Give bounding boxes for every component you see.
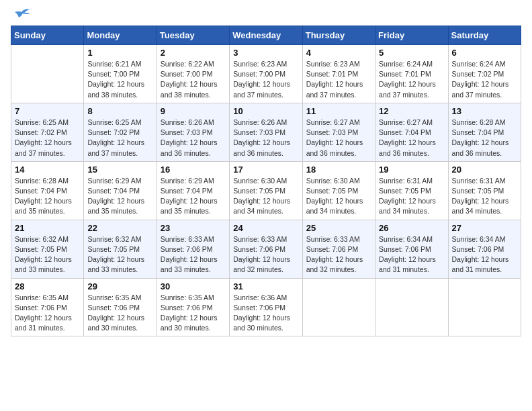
calendar-header-friday: Friday xyxy=(375,26,448,45)
day-info: Sunrise: 6:21 AMSunset: 7:00 PMDaylight:… xyxy=(87,59,152,100)
calendar-cell-week5-day4 xyxy=(302,278,375,336)
calendar-week-row-5: 28Sunrise: 6:35 AMSunset: 7:06 PMDayligh… xyxy=(11,278,521,336)
calendar-cell-week5-day3: 31Sunrise: 6:36 AMSunset: 7:06 PMDayligh… xyxy=(230,278,302,336)
day-info: Sunrise: 6:26 AMSunset: 7:03 PMDaylight:… xyxy=(161,118,226,158)
calendar-cell-week1-day4: 4Sunrise: 6:23 AMSunset: 7:01 PMDaylight… xyxy=(302,45,375,103)
calendar-week-row-1: 1Sunrise: 6:21 AMSunset: 7:00 PMDaylight… xyxy=(11,45,521,103)
calendar-header-sunday: Sunday xyxy=(11,26,84,45)
calendar-cell-week3-day0: 14Sunrise: 6:28 AMSunset: 7:04 PMDayligh… xyxy=(11,161,84,220)
day-info: Sunrise: 6:33 AMSunset: 7:06 PMDaylight:… xyxy=(161,234,226,275)
calendar-cell-week1-day1: 1Sunrise: 6:21 AMSunset: 7:00 PMDaylight… xyxy=(84,45,157,103)
calendar-cell-week4-day1: 22Sunrise: 6:32 AMSunset: 7:05 PMDayligh… xyxy=(84,220,157,278)
calendar-cell-week1-day3: 3Sunrise: 6:23 AMSunset: 7:00 PMDaylight… xyxy=(230,45,302,103)
day-info: Sunrise: 6:24 AMSunset: 7:01 PMDaylight:… xyxy=(379,59,444,100)
calendar-cell-week4-day2: 23Sunrise: 6:33 AMSunset: 7:06 PMDayligh… xyxy=(157,220,229,278)
day-info: Sunrise: 6:26 AMSunset: 7:03 PMDaylight:… xyxy=(233,118,298,158)
day-number: 20 xyxy=(452,165,517,175)
calendar-cell-week3-day2: 16Sunrise: 6:29 AMSunset: 7:04 PMDayligh… xyxy=(157,161,229,220)
day-number: 5 xyxy=(379,48,444,58)
day-number: 25 xyxy=(306,223,371,233)
day-number: 8 xyxy=(87,106,152,116)
calendar-cell-week1-day0 xyxy=(11,45,84,103)
day-number: 29 xyxy=(87,281,152,291)
calendar-header-wednesday: Wednesday xyxy=(230,26,302,45)
day-info: Sunrise: 6:30 AMSunset: 7:05 PMDaylight:… xyxy=(233,176,298,217)
day-number: 13 xyxy=(452,106,517,116)
calendar-cell-week5-day6 xyxy=(448,278,521,336)
logo xyxy=(11,11,31,20)
calendar-cell-week3-day5: 19Sunrise: 6:31 AMSunset: 7:05 PMDayligh… xyxy=(375,161,448,220)
day-number: 24 xyxy=(233,223,298,233)
day-number: 3 xyxy=(233,48,298,58)
calendar-cell-week4-day4: 25Sunrise: 6:33 AMSunset: 7:06 PMDayligh… xyxy=(302,220,375,278)
day-info: Sunrise: 6:25 AMSunset: 7:02 PMDaylight:… xyxy=(87,118,152,158)
day-number: 28 xyxy=(15,281,80,291)
day-number: 18 xyxy=(306,165,371,175)
day-number: 15 xyxy=(87,165,152,175)
day-info: Sunrise: 6:33 AMSunset: 7:06 PMDaylight:… xyxy=(233,234,298,275)
day-info: Sunrise: 6:30 AMSunset: 7:05 PMDaylight:… xyxy=(306,176,371,217)
day-info: Sunrise: 6:33 AMSunset: 7:06 PMDaylight:… xyxy=(306,234,371,275)
day-info: Sunrise: 6:23 AMSunset: 7:01 PMDaylight:… xyxy=(306,59,371,100)
calendar-table: SundayMondayTuesdayWednesdayThursdayFrid… xyxy=(11,26,521,336)
calendar-cell-week4-day5: 26Sunrise: 6:34 AMSunset: 7:06 PMDayligh… xyxy=(375,220,448,278)
day-number: 6 xyxy=(452,48,517,58)
calendar-cell-week2-day0: 7Sunrise: 6:25 AMSunset: 7:02 PMDaylight… xyxy=(11,103,84,161)
day-info: Sunrise: 6:27 AMSunset: 7:03 PMDaylight:… xyxy=(306,118,371,158)
day-number: 12 xyxy=(379,106,444,116)
calendar-cell-week3-day3: 17Sunrise: 6:30 AMSunset: 7:05 PMDayligh… xyxy=(230,161,302,220)
logo-bird-icon xyxy=(12,7,31,20)
day-number: 16 xyxy=(161,165,226,175)
day-info: Sunrise: 6:35 AMSunset: 7:06 PMDaylight:… xyxy=(15,293,80,334)
day-info: Sunrise: 6:29 AMSunset: 7:04 PMDaylight:… xyxy=(161,176,226,217)
day-number: 4 xyxy=(306,48,371,58)
calendar-cell-week4-day3: 24Sunrise: 6:33 AMSunset: 7:06 PMDayligh… xyxy=(230,220,302,278)
calendar-cell-week2-day6: 13Sunrise: 6:28 AMSunset: 7:04 PMDayligh… xyxy=(448,103,521,161)
calendar-header-row: SundayMondayTuesdayWednesdayThursdayFrid… xyxy=(11,26,521,45)
calendar-week-row-2: 7Sunrise: 6:25 AMSunset: 7:02 PMDaylight… xyxy=(11,103,521,161)
calendar-header-saturday: Saturday xyxy=(448,26,521,45)
day-info: Sunrise: 6:35 AMSunset: 7:06 PMDaylight:… xyxy=(161,293,226,334)
day-number: 22 xyxy=(87,223,152,233)
calendar-cell-week3-day1: 15Sunrise: 6:29 AMSunset: 7:04 PMDayligh… xyxy=(84,161,157,220)
calendar-cell-week5-day5 xyxy=(375,278,448,336)
day-number: 23 xyxy=(161,223,226,233)
day-number: 10 xyxy=(233,106,298,116)
day-number: 19 xyxy=(379,165,444,175)
day-number: 17 xyxy=(233,165,298,175)
day-info: Sunrise: 6:34 AMSunset: 7:06 PMDaylight:… xyxy=(452,234,517,275)
day-info: Sunrise: 6:25 AMSunset: 7:02 PMDaylight:… xyxy=(15,118,80,158)
calendar-cell-week2-day3: 10Sunrise: 6:26 AMSunset: 7:03 PMDayligh… xyxy=(230,103,302,161)
calendar-cell-week5-day0: 28Sunrise: 6:35 AMSunset: 7:06 PMDayligh… xyxy=(11,278,84,336)
calendar-header-thursday: Thursday xyxy=(302,26,375,45)
calendar-cell-week5-day2: 30Sunrise: 6:35 AMSunset: 7:06 PMDayligh… xyxy=(157,278,229,336)
day-number: 26 xyxy=(379,223,444,233)
day-info: Sunrise: 6:29 AMSunset: 7:04 PMDaylight:… xyxy=(87,176,152,217)
day-number: 11 xyxy=(306,106,371,116)
calendar-week-row-3: 14Sunrise: 6:28 AMSunset: 7:04 PMDayligh… xyxy=(11,161,521,220)
day-info: Sunrise: 6:28 AMSunset: 7:04 PMDaylight:… xyxy=(452,118,517,158)
calendar-header-tuesday: Tuesday xyxy=(157,26,229,45)
calendar-cell-week1-day6: 6Sunrise: 6:24 AMSunset: 7:02 PMDaylight… xyxy=(448,45,521,103)
calendar-header-monday: Monday xyxy=(84,26,157,45)
calendar-cell-week2-day1: 8Sunrise: 6:25 AMSunset: 7:02 PMDaylight… xyxy=(84,103,157,161)
calendar-cell-week4-day0: 21Sunrise: 6:32 AMSunset: 7:05 PMDayligh… xyxy=(11,220,84,278)
calendar-cell-week1-day2: 2Sunrise: 6:22 AMSunset: 7:00 PMDaylight… xyxy=(157,45,229,103)
day-info: Sunrise: 6:22 AMSunset: 7:00 PMDaylight:… xyxy=(161,59,226,100)
day-info: Sunrise: 6:23 AMSunset: 7:00 PMDaylight:… xyxy=(233,59,298,100)
calendar-cell-week1-day5: 5Sunrise: 6:24 AMSunset: 7:01 PMDaylight… xyxy=(375,45,448,103)
calendar-cell-week4-day6: 27Sunrise: 6:34 AMSunset: 7:06 PMDayligh… xyxy=(448,220,521,278)
day-number: 9 xyxy=(161,106,226,116)
day-info: Sunrise: 6:24 AMSunset: 7:02 PMDaylight:… xyxy=(452,59,517,100)
day-number: 7 xyxy=(15,106,80,116)
day-info: Sunrise: 6:28 AMSunset: 7:04 PMDaylight:… xyxy=(15,176,80,217)
day-number: 30 xyxy=(161,281,226,291)
day-number: 21 xyxy=(15,223,80,233)
day-info: Sunrise: 6:27 AMSunset: 7:04 PMDaylight:… xyxy=(379,118,444,158)
calendar-cell-week2-day4: 11Sunrise: 6:27 AMSunset: 7:03 PMDayligh… xyxy=(302,103,375,161)
day-number: 1 xyxy=(87,48,152,58)
calendar-cell-week3-day6: 20Sunrise: 6:31 AMSunset: 7:05 PMDayligh… xyxy=(448,161,521,220)
calendar-cell-week5-day1: 29Sunrise: 6:35 AMSunset: 7:06 PMDayligh… xyxy=(84,278,157,336)
day-info: Sunrise: 6:31 AMSunset: 7:05 PMDaylight:… xyxy=(379,176,444,217)
day-number: 27 xyxy=(452,223,517,233)
